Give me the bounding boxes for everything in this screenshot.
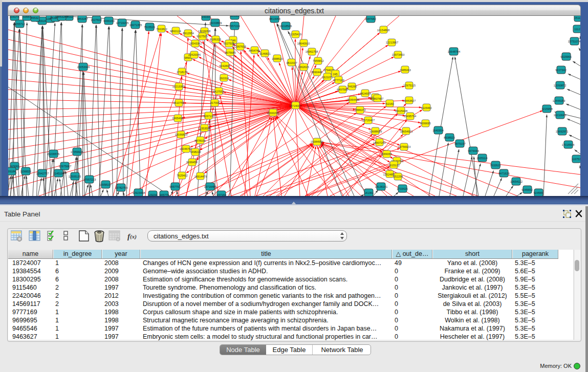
svg-text:18724007: 18724007: [289, 104, 301, 107]
svg-text:1145194: 1145194: [53, 172, 64, 175]
svg-text:3824554: 3824554: [360, 92, 371, 95]
svg-text:12923468: 12923468: [133, 191, 145, 194]
svg-text:18640910: 18640910: [297, 42, 310, 45]
svg-text:8471626: 8471626: [498, 172, 509, 175]
svg-text:9699695: 9699695: [420, 122, 430, 125]
svg-text:1588520: 1588520: [272, 57, 282, 60]
svg-text:12975115: 12975115: [403, 84, 416, 87]
svg-text:3267130: 3267130: [203, 115, 214, 118]
svg-text:1156829: 1156829: [20, 170, 31, 173]
svg-text:10853287: 10853287: [55, 16, 68, 18]
svg-text:16033809: 16033809: [209, 21, 222, 25]
svg-text:924565: 924565: [534, 191, 543, 194]
svg-text:16210643: 16210643: [554, 114, 566, 117]
svg-text:7357224: 7357224: [229, 25, 239, 28]
svg-text:1527602: 1527602: [91, 18, 101, 21]
svg-text:1965498: 1965498: [172, 117, 183, 120]
svg-text:116753: 116753: [572, 158, 580, 161]
svg-text:13226058: 13226058: [198, 30, 210, 33]
svg-text:7886372: 7886372: [355, 108, 365, 112]
svg-text:9457791: 9457791: [169, 185, 180, 188]
svg-text:3215958: 3215958: [541, 107, 552, 111]
svg-text:10688639: 10688639: [369, 130, 382, 133]
svg-text:252254: 252254: [394, 175, 403, 178]
svg-text:17016504: 17016504: [562, 143, 574, 146]
svg-text:6879197: 6879197: [454, 142, 465, 145]
svg-text:8813054: 8813054: [269, 17, 280, 20]
svg-text:7955812: 7955812: [313, 59, 323, 62]
svg-text:20053346: 20053346: [77, 65, 90, 69]
svg-text:9245652: 9245652: [521, 188, 532, 191]
svg-text:8878334: 8878334: [194, 139, 205, 142]
svg-text:7663822: 7663822: [156, 28, 167, 31]
svg-text:(x): (x): [130, 233, 137, 240]
svg-text:1640954: 1640954: [432, 129, 443, 132]
svg-text:1621072: 1621072: [322, 76, 333, 79]
svg-text:1733426: 1733426: [397, 187, 407, 190]
svg-text:9327508: 9327508: [223, 42, 234, 45]
svg-text:9115460: 9115460: [421, 106, 431, 110]
svg-text:10025438: 10025438: [395, 110, 407, 113]
svg-text:1112: 1112: [574, 28, 580, 31]
svg-text:10958107: 10958107: [99, 183, 112, 186]
svg-text:8427552: 8427552: [213, 90, 224, 93]
svg-text:2718176: 2718176: [177, 71, 187, 74]
svg-text:11353594: 11353594: [198, 127, 210, 130]
svg-text:7632621: 7632621: [490, 164, 500, 167]
svg-text:16543362: 16543362: [189, 42, 202, 45]
svg-text:6466160: 6466160: [103, 19, 114, 23]
svg-text:8938923: 8938923: [444, 136, 454, 139]
svg-text:12213967: 12213967: [386, 41, 398, 44]
svg-text:16648784: 16648784: [448, 50, 460, 53]
svg-text:18300295: 18300295: [267, 112, 279, 115]
svg-text:12093872: 12093872: [554, 84, 566, 87]
svg-text:9327505: 9327505: [197, 35, 207, 38]
svg-text:5498222: 5498222: [190, 150, 201, 154]
svg-text:8990448: 8990448: [311, 71, 322, 74]
svg-text:19463627: 19463627: [403, 99, 416, 102]
svg-text:10154808: 10154808: [377, 29, 389, 32]
svg-text:10719155: 10719155: [116, 21, 128, 25]
svg-text:19166829: 19166829: [175, 133, 187, 136]
svg-text:11325419: 11325419: [289, 33, 301, 36]
svg-text:10654112: 10654112: [510, 180, 522, 183]
svg-text:141361: 141361: [364, 191, 374, 194]
svg-text:8186328: 8186328: [210, 38, 221, 41]
svg-text:881305: 881305: [230, 16, 239, 17]
svg-text:9777169: 9777169: [333, 79, 344, 82]
svg-text:6497568: 6497568: [337, 88, 347, 91]
svg-text:9227342: 9227342: [555, 69, 566, 72]
svg-text:9084067: 9084067: [381, 152, 391, 156]
svg-text:9474444: 9474444: [468, 149, 478, 152]
svg-text:15692971: 15692971: [556, 130, 568, 133]
svg-text:16671355: 16671355: [129, 24, 142, 27]
svg-text:1615132: 1615132: [388, 164, 399, 167]
svg-text:157164: 157164: [217, 193, 226, 196]
svg-text:10807487: 10807487: [371, 97, 383, 100]
svg-text:14136141: 14136141: [375, 185, 387, 188]
svg-text:10973493: 10973493: [392, 53, 404, 56]
svg-text:12505135: 12505135: [69, 175, 81, 178]
svg-text:7515526: 7515526: [144, 26, 155, 29]
svg-text:12942757: 12942757: [36, 172, 49, 175]
svg-text:7625402: 7625402: [177, 174, 187, 177]
svg-text:260314: 260314: [220, 77, 229, 80]
svg-text:86532: 86532: [31, 16, 38, 19]
svg-text:15495794: 15495794: [404, 115, 416, 118]
svg-text:12213369: 12213369: [172, 85, 185, 88]
svg-text:16914479: 16914479: [194, 175, 207, 178]
svg-text:19218506: 19218506: [279, 25, 292, 28]
svg-text:2935114: 2935114: [476, 157, 487, 160]
svg-text:15720407: 15720407: [362, 119, 375, 122]
svg-text:3675685: 3675685: [225, 51, 235, 54]
svg-text:62160: 62160: [386, 102, 394, 105]
svg-text:9853287: 9853287: [77, 17, 88, 20]
svg-text:39184: 39184: [8, 170, 16, 173]
svg-text:6099459: 6099459: [186, 161, 197, 164]
svg-text:20206576: 20206576: [47, 152, 59, 156]
svg-text:9146821: 9146821: [259, 52, 270, 55]
svg-text:1610755: 1610755: [173, 101, 184, 104]
svg-text:8454749: 8454749: [249, 49, 259, 52]
svg-text:20364436: 20364436: [347, 98, 359, 101]
svg-text:12444159: 12444159: [553, 99, 565, 102]
